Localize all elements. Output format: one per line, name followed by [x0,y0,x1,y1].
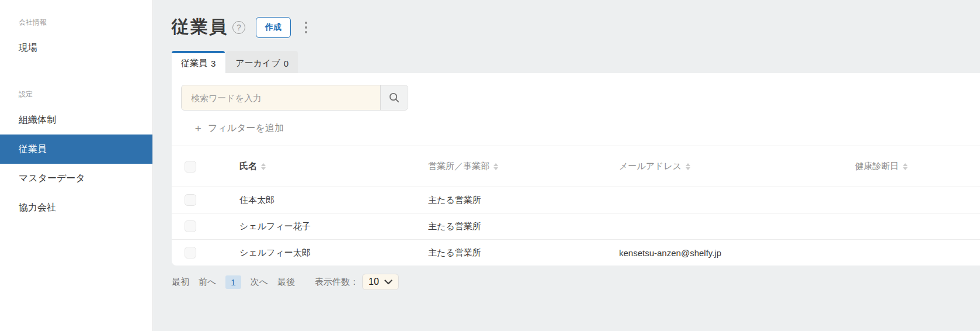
sidebar-item-genba[interactable]: 現場 [0,33,152,63]
tab-employees[interactable]: 従業員 3 [172,51,225,73]
table-row[interactable]: シェルフィー花子 主たる営業所 [172,213,980,239]
sidebar-item-label: 組織体制 [19,114,56,126]
tab-count: 0 [284,58,289,68]
tab-label: 従業員 [181,58,207,69]
column-header-email: メールアドレス [619,161,855,172]
pagination-last[interactable]: 最後 [277,277,295,288]
tab-bar: 従業員 3 アーカイブ 0 [172,51,980,73]
cell-name: シェルフィー花子 [239,221,428,232]
sidebar: 会社情報 現場 設定 組織体制 従業員 マスターデータ 協力会社 [0,0,153,331]
sidebar-item-label: 現場 [19,42,37,54]
select-all-checkbox[interactable] [185,161,196,173]
tab-label: アーカイブ [235,58,280,69]
plus-icon: ＋ [193,121,203,135]
column-label: 営業所／事業部 [428,161,489,172]
sidebar-item-organization[interactable]: 組織体制 [0,105,152,135]
search-row [181,85,980,111]
sidebar-item-master-data[interactable]: マスターデータ [0,164,152,193]
table-header-row: 氏名 営業所／事業部 メールアドレス 健康診断日 [172,146,980,187]
column-header-name: 氏名 [239,161,428,172]
chevron-down-icon [384,280,392,285]
cell-office: 主たる営業所 [428,195,619,206]
sidebar-section-company: 会社情報 現場 [0,18,152,63]
employee-list-panel: ＋ フィルターを追加 氏名 営業所／事業部 メールアドレス [172,73,980,266]
sidebar-section-label: 設定 [0,89,152,99]
search-input[interactable] [182,85,381,110]
pagination-next[interactable]: 次へ [251,277,268,288]
add-filter-label: フィルターを追加 [208,122,284,135]
row-checkbox[interactable] [185,247,196,258]
page-title: 従業員 [172,15,228,39]
cell-office: 主たる営業所 [428,247,619,258]
sidebar-item-label: 従業員 [19,143,47,156]
sort-icon[interactable] [686,163,690,170]
sidebar-item-label: 協力会社 [19,202,56,214]
tab-count: 3 [211,58,216,68]
table-row[interactable]: 住本太郎 主たる営業所 [172,187,980,213]
sort-icon[interactable] [261,163,266,170]
sidebar-section-label: 会社情報 [0,18,152,27]
table-row[interactable]: シェルフィー太郎 主たる営業所 kensetsu-anzen@shelfy.jp [172,239,980,266]
cell-email: kensetsu-anzen@shelfy.jp [619,248,855,258]
sort-icon[interactable] [494,163,498,170]
employee-table: 氏名 営業所／事業部 メールアドレス 健康診断日 住本太郎 [172,146,980,266]
per-page-select[interactable]: 10 [362,274,399,290]
search-icon [388,92,400,104]
cell-office: 主たる営業所 [428,221,619,232]
create-button[interactable]: 作成 [256,17,291,38]
column-label: メールアドレス [619,161,682,172]
sidebar-section-settings: 設定 組織体制 従業員 マスターデータ 協力会社 [0,89,152,222]
sidebar-item-employees[interactable]: 従業員 [0,135,152,164]
page-header: 従業員 ? 作成 [172,15,980,39]
header-checkbox-cell [172,161,239,173]
pagination-first[interactable]: 最初 [172,277,189,288]
per-page-label: 表示件数： [315,277,359,288]
sort-icon[interactable] [903,163,908,170]
kebab-menu-icon[interactable] [303,19,310,36]
cell-name: シェルフィー太郎 [239,247,428,258]
cell-name: 住本太郎 [239,195,428,206]
pagination-prev[interactable]: 前へ [199,277,216,288]
sidebar-item-label: マスターデータ [19,173,85,185]
help-icon[interactable]: ? [232,21,245,34]
add-filter-link[interactable]: ＋ フィルターを追加 [193,121,284,135]
column-header-office: 営業所／事業部 [428,161,619,172]
sidebar-item-partner-companies[interactable]: 協力会社 [0,193,152,222]
row-checkbox[interactable] [185,194,196,206]
search-button[interactable] [381,85,408,110]
column-label: 健康診断日 [855,161,899,172]
per-page-value: 10 [369,277,379,287]
pagination-current-page: 1 [225,275,241,289]
main-content: 従業員 ? 作成 従業員 3 アーカイブ 0 [153,0,980,331]
column-header-health-date: 健康診断日 [855,161,980,172]
column-label: 氏名 [239,161,257,172]
search-bar [181,85,408,111]
tab-archive[interactable]: アーカイブ 0 [226,51,298,73]
pagination: 最初 前へ 1 次へ 最後 表示件数： 10 [172,274,980,290]
row-checkbox[interactable] [185,220,196,232]
